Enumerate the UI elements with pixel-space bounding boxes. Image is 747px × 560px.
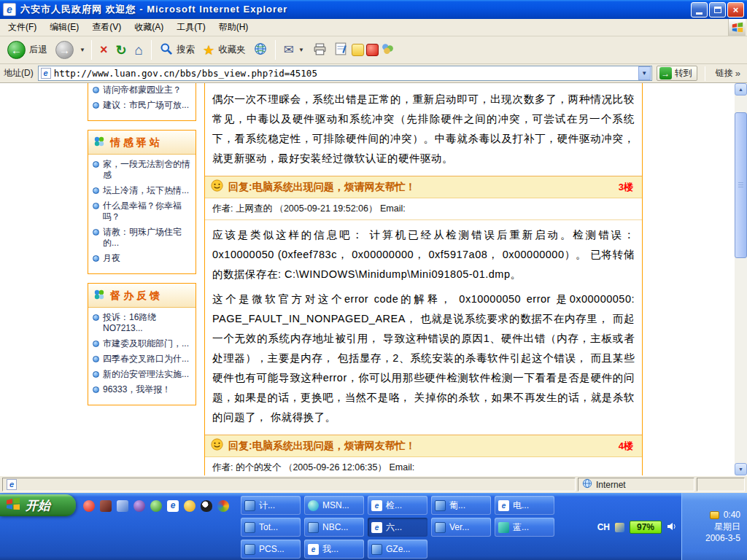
url-text[interactable]: http://www.luan.gov.cn/bbs/bbs_view.php?… <box>54 68 635 79</box>
refresh-button[interactable]: ↻ <box>112 41 129 60</box>
sidebar-link[interactable]: 月夜 <box>88 251 196 266</box>
taskbar-clock[interactable]: 0:40 星期日 2006-3-5 <box>681 493 747 560</box>
quick-launch-icon[interactable] <box>184 500 196 512</box>
task-button[interactable]: 我... <box>304 540 364 559</box>
task-button[interactable]: MSN... <box>304 496 364 515</box>
section-icon <box>93 289 105 303</box>
edit-page-icon <box>335 42 347 58</box>
messenger-icon[interactable] <box>366 44 379 56</box>
task-button-label: MSN... <box>322 500 349 510</box>
quick-launch-icon[interactable] <box>100 500 112 512</box>
menu-edit[interactable]: 编辑(E) <box>43 18 85 36</box>
edit-button[interactable] <box>332 41 349 59</box>
menu-file[interactable]: 文件(F) <box>1 18 43 36</box>
history-button[interactable] <box>251 41 270 59</box>
scrollbar-thumb[interactable] <box>735 112 747 258</box>
sidebar-link-label: 新的治安管理法实施... <box>103 369 189 380</box>
menu-help[interactable]: 帮助(H) <box>212 18 255 36</box>
quick-launch-icon[interactable] <box>83 500 95 512</box>
input-method-indicator[interactable]: CH <box>597 522 610 532</box>
volume-icon[interactable] <box>667 521 677 534</box>
task-button[interactable]: GZe... <box>368 540 427 559</box>
window-icon <box>244 522 255 533</box>
sidebar-link[interactable]: 建议：市民广场可放... <box>88 98 196 113</box>
task-button-label: 蓝... <box>513 521 529 534</box>
ie-window: e 六安市人民政府网 欢迎您 - Microsoft Internet Expl… <box>0 0 747 560</box>
notes-icon[interactable] <box>352 44 364 56</box>
task-button-label: NBC... <box>322 522 348 532</box>
links-chevron-icon: » <box>735 68 740 79</box>
task-button[interactable]: 葡... <box>431 496 491 515</box>
sidebar-link[interactable]: 投诉：16路绕NO7213... <box>88 310 196 336</box>
home-button[interactable]: ⌂ <box>132 41 146 60</box>
task-button[interactable]: Tot... <box>241 518 301 537</box>
tray-shield-icon[interactable] <box>615 523 624 532</box>
address-dropdown-button[interactable]: ▼ <box>638 66 651 80</box>
address-bar: 地址(D) e http://www.luan.gov.cn/bbs/bbs_v… <box>0 64 747 83</box>
forward-button[interactable]: → <box>53 39 77 61</box>
sidebar-link[interactable]: 坛上冷清，坛下热情... <box>88 183 196 198</box>
task-button[interactable]: 计... <box>241 496 301 515</box>
page-content: 请问帝都蒙园业主？ 建议：市民广场可放... 情感驿站 家，一段无法割舍的情感 … <box>0 83 735 475</box>
scroll-down-button[interactable]: ▼ <box>735 463 747 475</box>
sidebar-link[interactable]: 家，一段无法割舍的情感 <box>88 157 196 183</box>
sidebar-link[interactable]: 市建委及职能部门，... <box>88 336 196 351</box>
stop-button[interactable]: × <box>97 41 111 59</box>
scroll-up-button[interactable]: ▲ <box>735 83 747 96</box>
address-input[interactable]: e http://www.luan.gov.cn/bbs/bbs_view.ph… <box>38 66 652 81</box>
clock-weekday: 星期日 <box>714 521 740 532</box>
close-button[interactable]: × <box>727 2 744 18</box>
mail-button[interactable]: ✉▼ <box>281 41 308 59</box>
reply-body-text: 这个是微软官方对这个error code的解释， 0x10000050 erro… <box>212 284 635 427</box>
discuss-icon[interactable] <box>381 42 395 58</box>
minimize-button[interactable] <box>691 2 708 18</box>
back-label: 后退 <box>29 44 47 56</box>
menu-tools[interactable]: 工具(T) <box>170 18 212 36</box>
task-button[interactable]: 检... <box>368 496 427 515</box>
sidebar-link[interactable]: 请教：明珠广场住宅的... <box>88 225 196 251</box>
refresh-icon: ↻ <box>115 42 126 58</box>
task-button-label: 葡... <box>449 499 465 512</box>
links-button[interactable]: 链接 » <box>713 67 743 79</box>
home-icon: ⌂ <box>135 42 143 58</box>
quick-launch-icon[interactable] <box>150 500 162 512</box>
sidebar-link-label: 96333，我举报！ <box>103 384 171 395</box>
quick-launch-penguin-icon[interactable] <box>201 500 212 512</box>
quick-launch-ie-icon[interactable]: e <box>167 500 179 512</box>
task-button[interactable]: 电... <box>495 496 554 515</box>
task-button-label: 检... <box>386 499 402 512</box>
task-button-label: 我... <box>322 543 338 556</box>
back-button[interactable]: ← 后退 <box>4 39 50 61</box>
bullet-icon <box>93 341 99 347</box>
task-button[interactable]: Ver... <box>431 518 491 537</box>
menu-favorites[interactable]: 收藏(A) <box>128 18 170 36</box>
favorites-button[interactable]: ★ 收藏夹 <box>200 41 249 60</box>
search-icon <box>160 42 173 58</box>
task-button-active[interactable]: 六... <box>368 518 427 537</box>
vertical-scrollbar[interactable]: ▲ ▼ <box>735 83 747 475</box>
battery-percent-badge[interactable]: 97% <box>630 521 662 534</box>
task-button[interactable]: 蓝... <box>495 518 554 537</box>
task-button[interactable]: PCS... <box>241 540 301 559</box>
sidebar-link-label: 市建委及职能部门，... <box>103 338 189 349</box>
sidebar-link[interactable]: 新的治安管理法实施... <box>88 367 196 382</box>
print-button[interactable] <box>310 42 330 59</box>
task-button[interactable]: NBC... <box>304 518 364 537</box>
search-label: 搜索 <box>177 44 195 56</box>
section-title: 督办反馈 <box>110 289 163 303</box>
forward-dropdown[interactable]: ▼ <box>79 47 86 53</box>
task-button-label: 电... <box>513 499 529 512</box>
quick-launch-icon[interactable] <box>117 500 128 512</box>
bullet-icon <box>93 203 99 209</box>
sidebar-link[interactable]: 96333，我举报！ <box>88 382 196 397</box>
start-button[interactable]: 开始 <box>0 494 76 516</box>
sidebar-link[interactable]: 请问帝都蒙园业主？ <box>88 83 196 98</box>
quick-launch-icon[interactable] <box>133 500 145 512</box>
go-button[interactable]: → 转到 <box>657 66 697 81</box>
maximize-button[interactable] <box>709 2 726 18</box>
search-button[interactable]: 搜索 <box>157 41 198 59</box>
quick-launch-icon[interactable] <box>217 500 229 512</box>
sidebar-link[interactable]: 什么是幸福？你幸福吗？ <box>88 198 196 225</box>
menu-view[interactable]: 查看(V) <box>85 18 128 36</box>
sidebar-link[interactable]: 四季春交叉路口为什... <box>88 351 196 367</box>
